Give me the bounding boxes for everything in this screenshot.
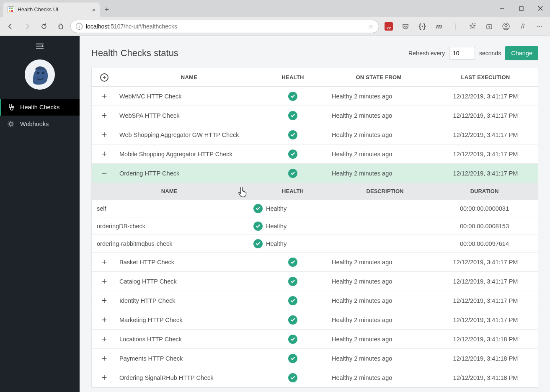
svg-rect-2 [9,10,10,12]
site-info-icon[interactable]: i [76,23,83,30]
maximize-button[interactable] [511,0,531,17]
notes-button[interactable] [516,19,530,34]
svg-rect-3 [11,10,13,12]
check-health [261,373,324,382]
favorites-button[interactable] [465,19,480,34]
table-row[interactable]: +WebMVC HTTP CheckHealthy 2 minutes ago1… [92,87,538,106]
expand-icon[interactable]: + [92,257,117,268]
refresh-interval-input[interactable] [449,47,475,59]
divider: | [449,19,463,34]
health-badge-icon [253,222,263,231]
sub-check-duration: 00:00:00.0000031 [431,205,538,212]
check-name: Ordering SignalRHub HTTP Check [117,374,261,381]
sub-check-name: orderingDB-check [92,223,247,230]
minimize-button[interactable] [492,0,511,17]
pocket-extension-icon[interactable] [398,19,413,34]
braces-extension-icon[interactable]: {·} [415,19,429,34]
sidebar-item-health-checks[interactable]: Health Checks [0,99,80,116]
check-health [261,277,324,286]
check-name: WebSPA HTTP Check [117,112,261,119]
expand-icon[interactable]: + [92,372,117,383]
sidebar-toggle-button[interactable] [0,39,80,54]
table-row[interactable]: +Basket HTTP CheckHealthy 2 minutes ago1… [92,253,538,272]
stethoscope-icon [7,103,15,111]
gear-icon [7,120,15,128]
home-button[interactable] [54,19,68,34]
check-health [261,130,324,139]
sub-check-name: self [92,205,247,212]
expand-icon[interactable]: + [92,110,117,121]
col-name: NAME [117,74,261,80]
svg-rect-0 [9,8,10,9]
refresh-button[interactable] [37,19,51,34]
check-last-exec: 12/12/2019, 3:41:17 PM [433,317,538,323]
page-title: Health Checks status [91,48,178,59]
expand-all-button[interactable]: + [92,73,117,82]
health-badge-icon [288,296,297,305]
table-row[interactable]: +Web Shopping Aggregator GW HTTP CheckHe… [92,125,538,144]
more-menu-button[interactable]: ⋯ [532,19,547,34]
main-content[interactable]: Health Checks status Refresh every secon… [80,36,550,392]
expand-icon[interactable]: + [92,149,117,160]
svg-point-19 [37,72,39,74]
health-badge-icon [288,354,297,363]
new-tab-button[interactable]: + [101,3,113,16]
refresh-suffix-label: seconds [479,50,501,57]
health-badge-icon [288,373,297,382]
m-extension-icon[interactable]: m [432,19,446,34]
expand-icon[interactable]: + [92,295,117,306]
health-badge-icon [288,277,297,286]
close-window-button[interactable] [531,0,550,17]
check-state: Healthy 2 minutes ago [324,317,433,323]
forward-button[interactable] [20,19,34,34]
health-badge-icon [288,335,297,344]
check-state: Healthy 2 minutes ago [324,278,433,285]
calendar-extension-icon[interactable]: 22 [382,19,396,34]
table-row[interactable]: −Ordering HTTP CheckHealthy 2 minutes ag… [92,164,538,183]
collections-button[interactable] [482,19,496,34]
sub-check-duration: 00:00:00.0008153 [431,223,538,230]
table-row[interactable]: +Locations HTTP CheckHealthy 2 minutes a… [92,330,538,349]
check-state: Healthy 2 minutes ago [324,259,433,266]
close-tab-button[interactable]: × [92,6,96,13]
collapse-icon[interactable]: − [92,168,117,179]
expand-icon[interactable]: + [92,276,117,287]
favorite-star-icon[interactable]: ☆ [368,23,374,30]
table-row[interactable]: +Identity HTTP CheckHealthy 2 minutes ag… [92,291,538,310]
check-last-exec: 12/12/2019, 3:41:17 PM [433,297,538,304]
check-name: WebMVC HTTP Check [117,93,261,100]
check-last-exec: 12/12/2019, 3:41:17 PM [433,112,538,119]
sidebar-item-label: Health Checks [20,104,59,111]
change-button[interactable]: Change [505,46,538,60]
expand-icon[interactable]: + [92,129,117,140]
expand-icon[interactable]: + [92,315,117,325]
table-row[interactable]: +Catalog HTTP CheckHealthy 2 minutes ago… [92,272,538,291]
check-name: Basket HTTP Check [117,259,261,266]
back-button[interactable] [3,19,18,34]
app-root: Health Checks Webhooks Health Checks sta… [0,36,550,392]
check-state: Healthy 2 minutes ago [324,374,433,381]
sub-check-health: Healthy [247,204,339,213]
browser-tab[interactable]: Health Checks UI × [3,3,100,17]
check-last-exec: 12/12/2019, 3:41:17 PM [433,259,538,266]
col-health: HEALTH [261,74,324,80]
check-last-exec: 12/12/2019, 3:41:17 PM [433,93,538,100]
expand-icon[interactable]: + [92,91,117,102]
table-row[interactable]: +Ordering SignalRHub HTTP CheckHealthy 2… [92,368,538,387]
expand-icon[interactable]: + [92,334,117,345]
check-name: Locations HTTP Check [117,336,261,343]
url-bar[interactable]: i localhost:5107/hc-ui#/healthchecks ☆ [70,20,379,33]
table-row[interactable]: +Mobile Shopping Aggregator HTTP CheckHe… [92,144,538,164]
expand-icon[interactable]: + [92,353,117,364]
check-name: Payments HTTP Check [117,355,261,362]
profile-button[interactable] [499,19,513,34]
sub-check-health: Healthy [247,239,339,248]
check-health [261,315,324,325]
table-row[interactable]: +WebSPA HTTP CheckHealthy 2 minutes ago1… [92,106,538,125]
col-on-state-from: ON STATE FROM [324,74,433,80]
table-row[interactable]: +Marketing HTTP CheckHealthy 2 minutes a… [92,310,538,330]
table-row[interactable]: +Payments HTTP CheckHealthy 2 minutes ag… [92,349,538,368]
health-badge-icon [288,315,297,325]
sidebar-item-webhooks[interactable]: Webhooks [0,116,80,132]
sub-check-health: Healthy [247,222,339,231]
